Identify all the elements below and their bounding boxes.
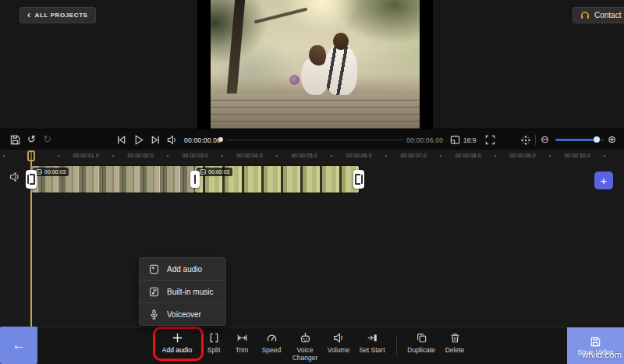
music-icon xyxy=(148,286,160,298)
play-icon[interactable] xyxy=(133,134,144,146)
tool-label: Delete xyxy=(445,346,465,354)
back-arrow-icon: ← xyxy=(12,337,26,353)
playhead-handle[interactable] xyxy=(27,150,35,161)
plus-icon xyxy=(171,331,184,345)
image-icon xyxy=(200,169,206,175)
ruler-tick: 00:00:04.0 xyxy=(236,153,262,158)
tool-label: Set Start xyxy=(359,346,385,354)
seek-track[interactable] xyxy=(227,140,404,140)
timeline-panel: 00:00:01.0 00:00:02.0 00:00:03.0 00:00:0… xyxy=(0,150,624,327)
ruler-tick: 00:00:05.0 xyxy=(291,153,317,158)
boundary-glyph xyxy=(194,175,196,184)
preview-image xyxy=(211,0,420,129)
tool-label: Split xyxy=(207,346,221,354)
timeline-ruler[interactable]: 00:00:01.0 00:00:02.0 00:00:03.0 00:00:0… xyxy=(0,150,624,162)
contact-label: Contact xyxy=(594,11,621,19)
wooden-deck xyxy=(211,94,420,129)
track-volume-icon[interactable] xyxy=(9,171,21,183)
tools-divider xyxy=(396,335,397,355)
add-file-icon xyxy=(148,263,160,275)
zoom-slider-handle[interactable] xyxy=(594,136,600,143)
tree-trunk xyxy=(227,0,246,95)
trim-handle-glyph xyxy=(27,175,29,184)
all-projects-label: ALL PROJECTS xyxy=(35,12,88,19)
aspect-ratio-icon[interactable] xyxy=(449,134,461,146)
zoom-slider-fill xyxy=(555,139,597,141)
skip-start-icon[interactable] xyxy=(115,134,127,146)
menu-item-voiceover[interactable]: Voiceover xyxy=(140,302,225,325)
ruler-tick: 00:00:07.0 xyxy=(400,153,426,158)
tool-split[interactable]: Split xyxy=(200,328,228,354)
total-duration: 00:00:06.00 xyxy=(406,136,443,144)
tool-add-audio[interactable]: Add audio xyxy=(154,328,200,354)
trim-handle-right[interactable] xyxy=(353,170,364,189)
ruler-tick: 00:00:08.0 xyxy=(455,153,480,158)
tool-voice-changer[interactable]: Voice Changer xyxy=(287,328,323,362)
tree-branch xyxy=(254,8,308,24)
image-icon xyxy=(36,169,42,175)
redo-icon[interactable]: ↻ xyxy=(43,133,51,145)
volume-icon xyxy=(332,331,346,345)
undo-icon[interactable]: ↺ xyxy=(27,133,36,145)
transport-bar: ↺ ↻ 00:00:00.00 00:00:06.00 16:9 xyxy=(0,129,624,150)
zoom-in-icon[interactable]: ⊕ xyxy=(608,133,616,145)
toolbar-divider xyxy=(535,135,536,145)
timeline-zoom-slider[interactable] xyxy=(555,139,604,141)
add-clip-button[interactable]: + xyxy=(594,171,613,189)
fullscreen-icon[interactable] xyxy=(484,134,496,146)
video-editor-app: ‹ ALL PROJECTS Contact ↺ ↻ xyxy=(0,0,624,364)
seek-handle[interactable] xyxy=(218,137,223,142)
menu-item-label: Add audio xyxy=(167,265,202,274)
clip-duration: 00:00:03 xyxy=(208,169,229,175)
contact-button[interactable]: Contact xyxy=(573,7,624,23)
microphone-icon xyxy=(148,309,160,320)
tool-speed[interactable]: Speed xyxy=(256,328,287,354)
tool-duplicate[interactable]: Duplicate xyxy=(403,328,439,354)
tool-label: Speed xyxy=(262,346,282,354)
tool-trim[interactable]: Trim xyxy=(228,328,256,354)
ruler-tick: 00:00:09.0 xyxy=(509,153,535,158)
clip-boundary-handle[interactable] xyxy=(190,171,200,188)
timeline-clip-1[interactable]: 00:00:03 xyxy=(31,166,195,193)
tool-volume[interactable]: Volume xyxy=(323,328,354,354)
video-preview xyxy=(197,0,433,129)
save-project-icon[interactable] xyxy=(9,134,21,146)
groom-figure xyxy=(324,45,357,95)
tool-label: Add audio xyxy=(162,346,192,354)
timeline-clip-2[interactable]: 00:00:03 xyxy=(195,166,359,193)
zoom-out-icon[interactable]: ⊖ xyxy=(541,133,549,145)
menu-item-label: Voiceover xyxy=(167,310,201,319)
current-time: 00:00:00.00 xyxy=(184,136,221,144)
tool-set-start[interactable]: Set Start xyxy=(354,328,390,354)
trim-handle-glyph xyxy=(355,174,360,185)
set-start-icon xyxy=(366,331,379,345)
trim-handle-left[interactable] xyxy=(26,170,37,189)
headset-icon xyxy=(580,10,590,21)
tool-delete[interactable]: Delete xyxy=(439,328,470,354)
ruler-tick: 00:00:10.0 xyxy=(564,153,590,158)
ruler-tick: 00:00:02.0 xyxy=(127,153,153,158)
back-button[interactable]: ← xyxy=(0,327,37,364)
ruler-tick: 00:00:03.0 xyxy=(182,153,207,158)
tool-label: Volume xyxy=(328,346,349,354)
skip-end-icon[interactable] xyxy=(150,134,161,146)
tool-label: Voice Changer xyxy=(287,346,323,362)
tool-label: Trim xyxy=(236,346,249,354)
delete-icon xyxy=(448,331,462,345)
adjust-icon[interactable] xyxy=(519,134,532,147)
trim-icon xyxy=(236,331,249,345)
clip-tools: Add audio Split Trim Speed xyxy=(154,328,470,363)
voice-changer-icon xyxy=(299,331,312,345)
clip-duration-badge: 00:00:03 xyxy=(33,168,69,176)
all-projects-button[interactable]: ‹ ALL PROJECTS xyxy=(20,7,96,23)
split-icon xyxy=(207,331,221,345)
aspect-ratio-value[interactable]: 16:9 xyxy=(463,136,477,144)
mute-icon[interactable] xyxy=(166,134,178,146)
trim-handle-glyph xyxy=(361,175,363,184)
speed-icon xyxy=(265,331,278,345)
ruler-tick: 00:00:01.0 xyxy=(73,153,98,158)
menu-item-add-audio[interactable]: Add audio xyxy=(140,258,225,280)
menu-item-built-in-music[interactable]: Built-in music xyxy=(140,280,225,302)
menu-item-label: Built-in music xyxy=(167,288,213,296)
clip-duration: 00:00:03 xyxy=(44,169,66,175)
